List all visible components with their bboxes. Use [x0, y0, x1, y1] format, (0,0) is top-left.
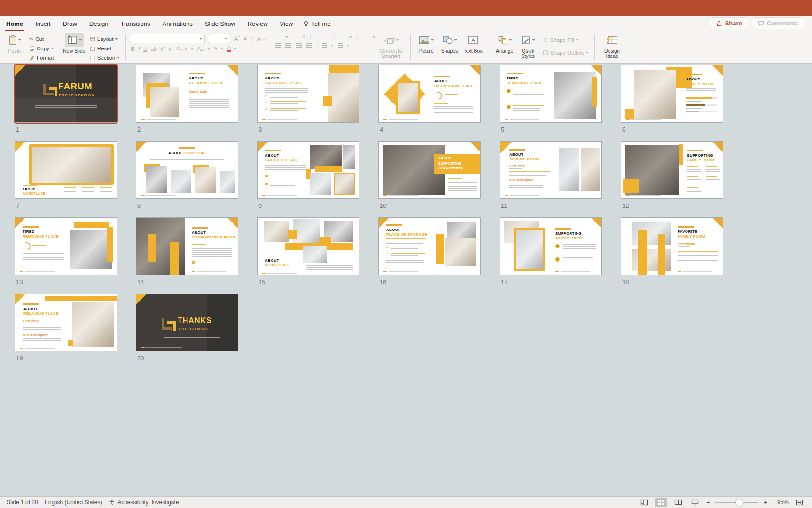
- tab-transitions[interactable]: Transitions: [114, 16, 156, 31]
- line-spacing-button[interactable]: [339, 34, 345, 40]
- text-highlight-button[interactable]: ✎: [213, 46, 218, 52]
- slide-heading: Best Place: [23, 319, 39, 323]
- italic-button[interactable]: I: [138, 45, 140, 52]
- slide-thumbnail[interactable]: ABOUT DISCUSSION PLACE: [379, 65, 480, 122]
- cut-button[interactable]: ✂Cut: [27, 34, 56, 43]
- slide-thumbnail[interactable]: SUPPORTING ATMOSPHERE 1 2: [500, 218, 601, 275]
- copy-button[interactable]: Copy: [27, 44, 56, 53]
- paste-label: Paste: [8, 48, 21, 54]
- slideshow-view-button[interactable]: [689, 498, 701, 507]
- decrease-indent-button[interactable]: [315, 34, 320, 40]
- slide-number: 12: [622, 202, 723, 212]
- clear-formatting-button[interactable]: A⇀: [257, 35, 266, 42]
- text-box-icon: A: [468, 35, 478, 45]
- columns-button[interactable]: [362, 34, 368, 40]
- slide-thumbnail[interactable]: ABOUT SUPPORTING ATMOSPHERE: [379, 142, 480, 198]
- character-spacing-button[interactable]: A↔V: [177, 46, 187, 51]
- picture-label: Picture: [418, 48, 434, 54]
- format-button[interactable]: Format: [27, 53, 56, 62]
- text-box-button[interactable]: A Text Box: [462, 33, 484, 54]
- slide-thumbnail[interactable]: FARUM PRESENTATION: [15, 65, 117, 122]
- slide-thumbnail[interactable]: SUPPORTING FAMILY ROOM: [621, 142, 723, 198]
- convert-smartart-button[interactable]: Convert to SmartArt: [376, 33, 406, 59]
- align-left-button[interactable]: [275, 42, 281, 49]
- justify-button[interactable]: [306, 42, 312, 49]
- reading-view-button[interactable]: [672, 498, 684, 507]
- new-slide-button[interactable]: New Slide: [62, 33, 86, 54]
- slide-thumbnail[interactable]: ABOUT FAMILY ROOM: [621, 65, 723, 122]
- bullets-button[interactable]: [275, 34, 281, 40]
- shapes-button[interactable]: Shapes: [439, 33, 461, 54]
- section-button[interactable]: Section: [88, 53, 122, 62]
- slide-title: ABOUT: [189, 76, 203, 80]
- slide-thumbnail[interactable]: ABOUT WORKPLACE: [258, 218, 359, 275]
- bold-button[interactable]: B: [131, 46, 135, 52]
- slide-thumbnail[interactable]: THANKS FOR COMING: [136, 294, 238, 351]
- zoom-slider-knob[interactable]: [736, 499, 743, 506]
- slide-thumbnail[interactable]: ABOUT RELAXING PLACE Best Place Nice Atm…: [15, 294, 117, 351]
- slide-title: ABOUT: [265, 76, 279, 80]
- zoom-out-button[interactable]: −: [706, 499, 710, 506]
- tab-draw[interactable]: Draw: [57, 16, 83, 31]
- accessibility-status[interactable]: Accessibility: Investigate: [109, 499, 179, 506]
- increase-font-size-button[interactable]: Aˆ: [234, 35, 240, 42]
- strikethrough-button[interactable]: ab: [151, 46, 157, 52]
- slide-sorter-view-button[interactable]: [655, 498, 667, 507]
- tab-design[interactable]: Design: [83, 16, 114, 31]
- tab-animations[interactable]: Animations: [156, 16, 199, 31]
- align-right-button[interactable]: [296, 42, 302, 49]
- picture-button[interactable]: Picture: [415, 33, 437, 54]
- slide-thumbnail[interactable]: TIRED REMOVING PLACE 1 2: [500, 65, 601, 122]
- tab-view[interactable]: View: [274, 16, 299, 31]
- subscript-button[interactable]: x₂: [168, 46, 173, 52]
- tab-review[interactable]: Review: [242, 16, 274, 31]
- shape-fill-icon: [543, 37, 548, 43]
- format-painter-icon: [29, 55, 35, 61]
- slide-thumbnail[interactable]: ABOUT RELAXING ROOM Comfortable: [136, 65, 238, 122]
- font-name-select[interactable]: [130, 34, 205, 43]
- align-text-button[interactable]: [338, 42, 343, 49]
- align-center-button[interactable]: [285, 42, 291, 49]
- slide-thumbnail[interactable]: FAVORITE FAMILY ROOM Comfortable: [621, 218, 723, 275]
- normal-view-button[interactable]: [638, 498, 650, 507]
- increase-indent-button[interactable]: [324, 34, 329, 40]
- share-button[interactable]: Share: [710, 17, 748, 29]
- slide-thumbnail[interactable]: TIRED REMOVING PLACE: [15, 218, 117, 275]
- zoom-slider[interactable]: [715, 502, 758, 503]
- tell-me-button[interactable]: Tell me: [299, 16, 335, 31]
- change-case-button[interactable]: Aa: [197, 46, 204, 52]
- slide-title: ABOUT: [192, 230, 206, 235]
- zoom-in-button[interactable]: +: [763, 499, 768, 506]
- shape-fill-button[interactable]: Shape Fill: [541, 35, 591, 44]
- slide-thumbnail[interactable]: ABOUT GATHERING PLACE ✔ ✔ ✔: [258, 65, 359, 122]
- comments-button[interactable]: Comments: [752, 17, 804, 29]
- smartart-icon: [383, 35, 395, 45]
- font-size-select[interactable]: [208, 34, 230, 43]
- slide-thumbnail[interactable]: ABOUT COMFORTABLE ROOM: [136, 218, 238, 275]
- numbering-button[interactable]: [292, 34, 298, 40]
- shape-outline-button[interactable]: Shape Outline: [541, 48, 591, 57]
- underline-button[interactable]: U: [143, 46, 148, 52]
- quick-styles-button[interactable]: Quick Styles: [517, 33, 539, 59]
- slide-thumbnail[interactable]: ABOUT PROPOSAL: [136, 142, 238, 198]
- arrange-icon: [498, 35, 508, 45]
- layout-button[interactable]: Layout: [88, 34, 122, 43]
- slide-thumbnail[interactable]: ABOUT SPIRING ROOM Best Place Nice Atmos…: [500, 142, 601, 198]
- arrange-button[interactable]: Arrange: [494, 33, 515, 54]
- slide-thumbnail[interactable]: ABOUT PLACE OF STORAGE ✔ ✔: [379, 218, 480, 275]
- text-direction-button[interactable]: [322, 42, 327, 49]
- paste-button[interactable]: Paste: [4, 33, 25, 54]
- slide-thumbnail[interactable]: ABOUT FAVORITE PLACE: [258, 142, 359, 198]
- decrease-font-size-button[interactable]: Aˇ: [243, 36, 249, 41]
- superscript-button[interactable]: x²: [160, 46, 165, 52]
- font-color-button[interactable]: A: [227, 46, 231, 52]
- reset-button[interactable]: Reset: [88, 44, 122, 53]
- design-ideas-button[interactable]: Design Ideas: [600, 33, 624, 59]
- tab-slide-show[interactable]: Slide Show: [199, 16, 242, 31]
- tab-home[interactable]: Home: [0, 16, 29, 31]
- tab-insert[interactable]: Insert: [29, 16, 57, 31]
- slide-thumbnail[interactable]: ABOUT WORKPLACE: [15, 142, 117, 198]
- language-status[interactable]: English (United States): [45, 499, 102, 506]
- accessibility-icon: [109, 499, 115, 506]
- fit-slide-button[interactable]: [793, 498, 805, 507]
